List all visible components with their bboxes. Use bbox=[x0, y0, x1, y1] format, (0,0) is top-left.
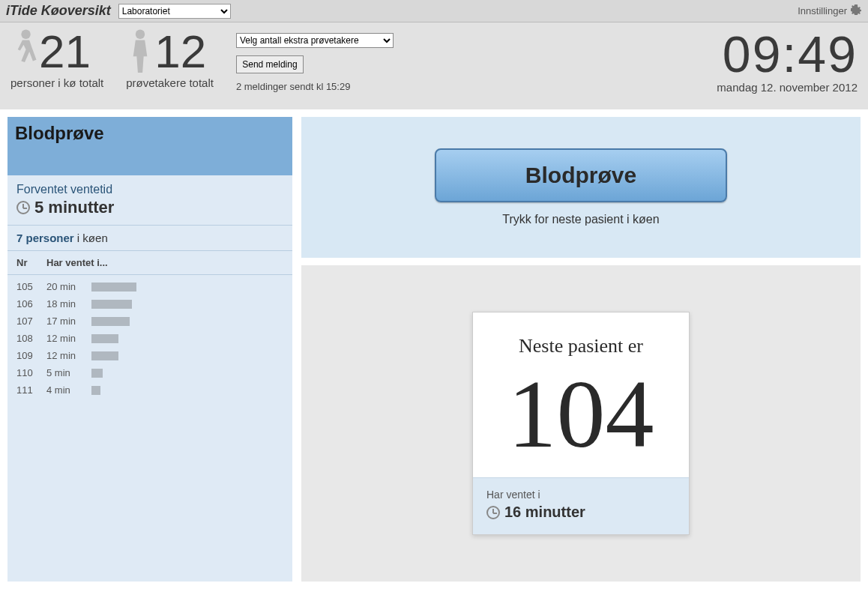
stats-bar: 21 personer i kø totalt 12 prøvetakere t… bbox=[0, 22, 868, 109]
patient-card-top: Neste pasient er 104 bbox=[473, 312, 689, 477]
queue-row-nr: 109 bbox=[16, 350, 46, 361]
col-wait-header: Har ventet i... bbox=[46, 257, 283, 268]
clock-block: 09:49 mandag 12. november 2012 bbox=[717, 28, 858, 94]
queue-row-nr: 106 bbox=[16, 298, 46, 309]
queue-row: 1114 min bbox=[7, 381, 292, 399]
queue-row: 10717 min bbox=[7, 312, 292, 330]
clock-date: mandag 12. november 2012 bbox=[717, 81, 858, 94]
stat-queue-total: 21 personer i kø totalt bbox=[10, 28, 103, 89]
queue-row: 10618 min bbox=[7, 295, 292, 312]
queue-row-nr: 105 bbox=[16, 281, 46, 292]
extra-takers-select[interactable]: Velg antall ekstra prøvetakere bbox=[236, 33, 394, 48]
queue-row-time: 20 min bbox=[46, 281, 91, 292]
app-title: iTide Køoversikt bbox=[6, 3, 111, 19]
walking-person-icon bbox=[10, 28, 39, 75]
queue-row: 1105 min bbox=[7, 364, 292, 381]
clock-icon bbox=[16, 201, 30, 214]
queue-row: 10520 min bbox=[7, 278, 292, 295]
top-bar: iTide Køoversikt Laboratoriet Innstillin… bbox=[0, 0, 868, 22]
queue-row-bar bbox=[91, 300, 283, 309]
call-next-hint: Trykk for neste pasient i køen bbox=[502, 213, 659, 226]
queue-table-header: Nr Har ventet i... bbox=[7, 251, 292, 275]
clock-time: 09:49 bbox=[717, 28, 858, 79]
patient-card-bottom: Har ventet i 16 minutter bbox=[473, 477, 689, 534]
queue-row-bar bbox=[91, 369, 283, 378]
queue-row-time: 18 min bbox=[46, 298, 91, 309]
right-panel: Blodprøve Trykk for neste pasient i køen… bbox=[301, 117, 861, 582]
queue-row-time: 5 min bbox=[46, 367, 91, 378]
location-select[interactable]: Laboratoriet bbox=[118, 4, 231, 19]
controls-block: Velg antall ekstra prøvetakere Send meld… bbox=[236, 33, 394, 92]
queue-title: Blodprøve bbox=[15, 123, 285, 144]
svg-point-0 bbox=[21, 30, 30, 39]
col-nr-header: Nr bbox=[16, 257, 46, 268]
queue-header: Blodprøve bbox=[7, 117, 292, 175]
stat-takers-total: 12 prøvetakere totalt bbox=[126, 28, 214, 89]
queue-row-nr: 108 bbox=[16, 333, 46, 344]
queue-row-time: 4 min bbox=[46, 384, 91, 396]
queue-row-bar bbox=[91, 334, 283, 343]
queue-count: 7 personer i køen bbox=[7, 225, 292, 251]
queue-total-number: 21 bbox=[39, 28, 91, 75]
queue-row-bar bbox=[91, 317, 283, 326]
queue-total-label: personer i kø totalt bbox=[10, 76, 103, 89]
expected-wait-label: Forventet ventetid bbox=[16, 183, 283, 196]
clock-icon bbox=[486, 506, 500, 519]
gear-icon bbox=[850, 4, 862, 18]
next-patient-label: Neste pasient er bbox=[486, 335, 675, 357]
queue-row-time: 12 min bbox=[46, 333, 91, 344]
queue-row-nr: 110 bbox=[16, 367, 46, 378]
main-content: Blodprøve Forventet ventetid 5 minutter … bbox=[0, 109, 868, 589]
queue-panel: Blodprøve Forventet ventetid 5 minutter … bbox=[7, 117, 292, 582]
expected-wait-box: Forventet ventetid 5 minutter bbox=[7, 175, 292, 225]
patient-wait-value: 16 minutter bbox=[486, 504, 675, 521]
settings-link[interactable]: Innstillinger bbox=[798, 4, 862, 18]
patient-wait-label: Har ventet i bbox=[486, 489, 675, 501]
queue-rows: 10520 min10618 min10717 min10812 min1091… bbox=[7, 275, 292, 402]
patient-card: Neste pasient er 104 Har ventet i 16 min… bbox=[472, 312, 690, 535]
queue-row-time: 12 min bbox=[46, 350, 91, 361]
queue-row-nr: 107 bbox=[16, 315, 46, 327]
queue-row: 10812 min bbox=[7, 330, 292, 347]
queue-row: 10912 min bbox=[7, 347, 292, 364]
takers-total-label: prøvetakere totalt bbox=[126, 76, 214, 89]
next-patient-number: 104 bbox=[486, 365, 675, 462]
call-next-button[interactable]: Blodprøve bbox=[435, 148, 727, 202]
expected-wait-value: 5 minutter bbox=[16, 198, 283, 217]
takers-total-number: 12 bbox=[154, 28, 206, 75]
queue-row-time: 17 min bbox=[46, 315, 91, 327]
queue-row-bar bbox=[91, 351, 283, 360]
send-message-button[interactable]: Send melding bbox=[236, 55, 304, 73]
queue-row-nr: 111 bbox=[16, 384, 46, 396]
patient-display-box: Neste pasient er 104 Har ventet i 16 min… bbox=[301, 265, 861, 582]
message-status: 2 meldinger sendt kl 15:29 bbox=[236, 81, 394, 92]
queue-row-bar bbox=[91, 386, 283, 395]
call-next-box: Blodprøve Trykk for neste pasient i køen bbox=[301, 117, 861, 258]
person-icon bbox=[126, 28, 154, 75]
settings-label: Innstillinger bbox=[798, 5, 847, 16]
svg-point-1 bbox=[136, 30, 145, 39]
queue-row-bar bbox=[91, 283, 283, 292]
